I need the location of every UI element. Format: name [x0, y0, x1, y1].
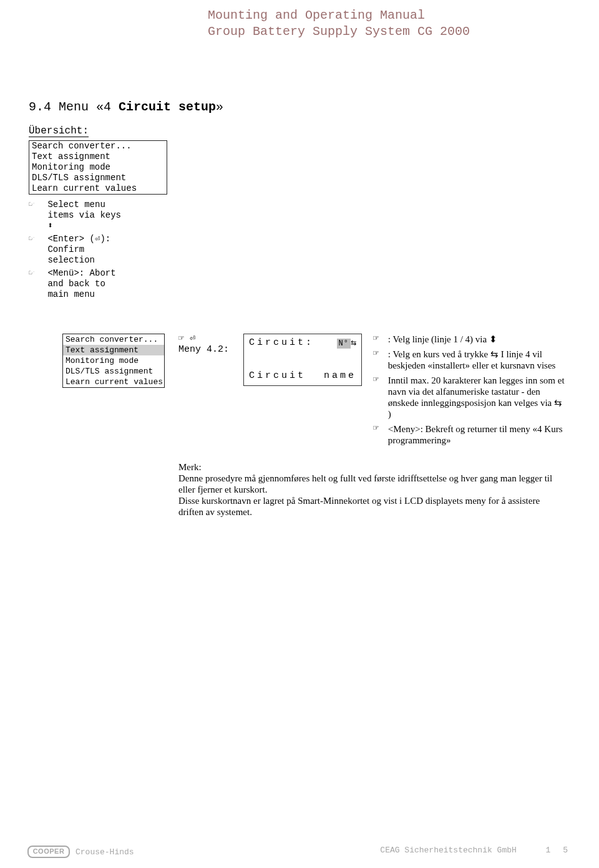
note-text: : Velg en kurs ved å trykke ⇆ I linje 4 …	[388, 349, 565, 371]
footer-left: COOPER Crouse-Hinds	[27, 846, 134, 858]
section-bold: Circuit setup	[119, 100, 216, 114]
merk-label: Merk:	[178, 461, 565, 473]
bullet-text: <Menü>: Abort and back to main menu	[47, 268, 172, 300]
section-close: »	[216, 100, 223, 114]
bullet-item: ☞ <Menü>: Abort and back to main menu	[29, 268, 172, 300]
meny-label: Meny 4.2:	[178, 344, 229, 355]
lcd-l1-right: N°⇆	[337, 337, 356, 349]
lcd-l2-right: name	[324, 370, 356, 381]
menu-row: Monitoring mode	[63, 355, 164, 366]
t: <Menü>: Abort	[47, 268, 115, 278]
lcd-l2-left: Circuit	[249, 370, 306, 381]
hand-icon: ☞	[29, 200, 42, 210]
bullet-text: <Enter> (⏎): Confirm selection	[47, 234, 172, 266]
updown-icon: ⬍	[47, 221, 52, 231]
cooper-logo: COOPER	[27, 846, 72, 858]
menu-row: Text assignment	[29, 152, 167, 162]
t: <Enter> (⏎):	[47, 234, 110, 244]
t: main menu	[47, 289, 95, 299]
right-notes: ☞ : Velg linje (linje 1 / 4) via ⬍ ☞ : V…	[373, 334, 567, 450]
menu-row: Search converter...	[63, 334, 164, 345]
lcd-arrows-icon: ⇆	[351, 338, 356, 349]
title-line2: Group Battery Supply System CG 2000	[208, 24, 470, 40]
hand-icon: ☞	[29, 268, 42, 279]
hand-icon: ☞	[373, 334, 386, 345]
t: items via keys	[47, 210, 121, 220]
menu-row: DLS/TLS assignment	[29, 173, 167, 183]
note-text: <Meny>: Bekreft og returner til meny «4 …	[388, 423, 565, 446]
hand-icon: ☞	[29, 234, 42, 244]
menu-box-overview: Search converter... Text assignment Moni…	[29, 140, 167, 195]
lcd-line2: Circuit name	[249, 370, 356, 381]
lcd-display: Circuit: N°⇆ Circuit name	[243, 334, 362, 386]
section-heading: 9.4 Menu «4 Circuit setup»	[29, 100, 223, 114]
crouse-hinds: Crouse-Hinds	[75, 847, 134, 857]
bullet-text: Select menu items via keys ⬍	[47, 200, 172, 231]
note-text: : Velg linje (linje 1 / 4) via ⬍	[388, 334, 565, 345]
merk-block: Merk: Denne prosedyre må gjennomføres he…	[178, 461, 565, 518]
page: Mounting and Operating Manual Group Batt…	[0, 0, 599, 868]
page-number: 1 5	[546, 846, 572, 855]
instruction-bullets: ☞ Select menu items via keys ⬍ ☞ <Enter>…	[29, 197, 172, 300]
hand-icon: ☞	[373, 375, 386, 386]
menu-row: Monitoring mode	[29, 162, 167, 173]
t: Confirm	[47, 244, 84, 254]
menu-row: Search converter...	[29, 141, 167, 152]
page-title: Mounting and Operating Manual Group Batt…	[208, 7, 470, 40]
lcd-line1: Circuit: N°⇆	[249, 337, 356, 349]
note-text: Inntil max. 20 karakterer kan legges inn…	[388, 375, 565, 420]
section-num: 9.4 Menu «4	[29, 100, 119, 114]
note-item: ☞ Inntil max. 20 karakterer kan legges i…	[373, 375, 567, 420]
note-item: ☞ : Velg linje (linje 1 / 4) via ⬍	[373, 334, 567, 345]
page-footer: COOPER Crouse-Hinds CEAG Sicherheitstech…	[0, 841, 599, 859]
hand-icon: ☞	[373, 349, 386, 360]
footer-company: CEAG Sicherheitstechnik GmbH	[380, 846, 516, 855]
t: selection	[47, 255, 95, 265]
merk-paragraph: Denne prosedyre må gjennomføres helt og …	[178, 473, 565, 518]
footer-right: CEAG Sicherheitstechnik GmbH 1 5	[380, 846, 572, 855]
meny-hand-enter: ☞ ⏎	[178, 334, 229, 344]
bullet-item: ☞ <Enter> (⏎): Confirm selection	[29, 234, 172, 266]
note-item: ☞ : Velg en kurs ved å trykke ⇆ I linje …	[373, 349, 567, 371]
lcd-l1-left: Circuit:	[249, 337, 314, 348]
menu-row: Learn current values	[29, 183, 167, 194]
bullet-item: ☞ Select menu items via keys ⬍	[29, 200, 172, 231]
menu-row-selected: Text assignment	[63, 345, 164, 355]
t: and back to	[47, 279, 105, 289]
menu-row: DLS/TLS assignment	[63, 366, 164, 377]
ubersicht-label: Übersicht:	[29, 125, 89, 137]
lcd-badge: N°	[337, 339, 351, 349]
title-line1: Mounting and Operating Manual	[208, 7, 470, 24]
menu-box-selected: Search converter... Text assignment Moni…	[62, 334, 165, 388]
meny-caption: ☞ ⏎ Meny 4.2:	[178, 334, 229, 355]
note-item: ☞ <Meny>: Bekreft og returner til meny «…	[373, 423, 567, 446]
cooper-logo-text: COOPER	[27, 846, 70, 858]
menu-row: Learn current values	[63, 377, 164, 387]
t: Select menu	[47, 200, 105, 210]
hand-icon: ☞	[373, 423, 386, 435]
